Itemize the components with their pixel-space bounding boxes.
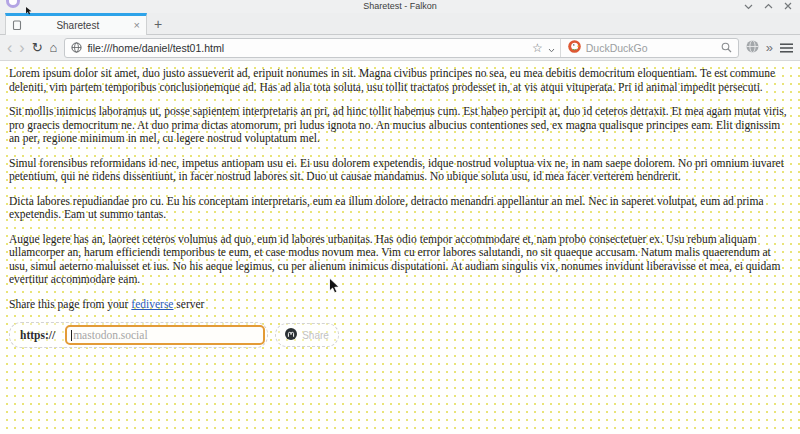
new-tab-button[interactable]: + bbox=[154, 17, 162, 31]
navigation-toolbar: ‹ › ↻ ⌂ file:///home/daniel/test01.html … bbox=[0, 35, 800, 61]
url-text[interactable]: file:///home/daniel/test01.html bbox=[87, 42, 527, 54]
main-menu-icon[interactable] bbox=[780, 39, 793, 57]
adblock-globe-icon[interactable] bbox=[746, 39, 759, 57]
share-prompt: Share this page from your fediverse serv… bbox=[9, 298, 791, 312]
paragraph: Augue legere has an, laoreet ceteros vol… bbox=[9, 233, 791, 287]
tab-close-icon[interactable]: × bbox=[134, 20, 140, 31]
address-bar[interactable]: file:///home/daniel/test01.html ☆ DuckDu… bbox=[64, 38, 738, 58]
share-prompt-suffix: server bbox=[173, 298, 204, 310]
share-button-label: Share bbox=[302, 330, 329, 341]
paragraph: Simul forensibus reformidans id nec, imp… bbox=[9, 157, 791, 184]
mastodon-icon bbox=[285, 328, 297, 342]
forward-icon[interactable]: › bbox=[19, 40, 24, 56]
tab-title: Sharetest bbox=[27, 20, 129, 31]
close-window-icon[interactable] bbox=[784, 2, 792, 10]
bookmark-dropdown-icon[interactable] bbox=[548, 39, 555, 57]
paragraph: Lorem ipsum dolor sit amet, duo justo as… bbox=[9, 61, 791, 94]
fediverse-link[interactable]: fediverse bbox=[131, 298, 173, 310]
window-titlebar: Sharetest - Falkon bbox=[0, 0, 800, 13]
tab-bar: Sharetest × + bbox=[0, 13, 800, 35]
web-page-content: Lorem ipsum dolor sit amet, duo justo as… bbox=[0, 61, 800, 434]
mouse-cursor bbox=[328, 277, 341, 299]
share-prompt-prefix: Share this page from your bbox=[9, 298, 131, 310]
toolbar-overflow-icon[interactable]: » bbox=[766, 41, 773, 54]
paragraph: Dicta labores repudiandae pro cu. Eu his… bbox=[9, 195, 791, 222]
share-form: https:// mastodon.social Share bbox=[9, 322, 791, 348]
search-field[interactable]: DuckDuckGo bbox=[560, 39, 732, 57]
duckduckgo-logo-icon bbox=[568, 39, 581, 57]
reload-icon[interactable]: ↻ bbox=[32, 41, 43, 54]
site-globe-icon bbox=[71, 39, 82, 57]
https-scheme-label: https:// bbox=[10, 329, 65, 341]
search-magnifier-icon[interactable] bbox=[721, 39, 732, 57]
home-icon[interactable]: ⌂ bbox=[50, 41, 58, 54]
search-placeholder[interactable]: DuckDuckGo bbox=[586, 42, 716, 54]
bookmark-star-icon[interactable]: ☆ bbox=[532, 42, 543, 54]
text-caret bbox=[71, 330, 72, 341]
back-icon[interactable]: ‹ bbox=[7, 40, 12, 56]
paragraph: Sit mollis inimicus laboramus ut, posse … bbox=[9, 105, 791, 146]
minimize-icon[interactable] bbox=[744, 3, 753, 10]
window-title: Sharetest - Falkon bbox=[0, 1, 800, 11]
server-input-placeholder: mastodon.social bbox=[73, 329, 147, 341]
share-button[interactable]: Share bbox=[275, 323, 339, 347]
server-input-group: https:// mastodon.social bbox=[9, 322, 268, 348]
maximize-icon[interactable] bbox=[764, 3, 773, 10]
server-input[interactable]: mastodon.social bbox=[65, 325, 265, 345]
page-favicon-icon bbox=[12, 17, 22, 35]
